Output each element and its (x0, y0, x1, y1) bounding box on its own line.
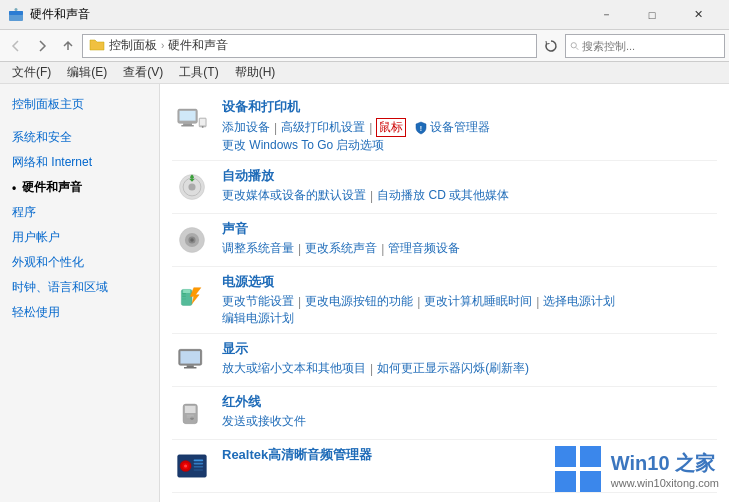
change-media-link[interactable]: 更改媒体或设备的默认设置 (222, 187, 366, 204)
realtek-icon (172, 446, 212, 486)
autoplay-title[interactable]: 自动播放 (222, 167, 717, 185)
svg-rect-30 (180, 351, 200, 363)
close-button[interactable]: ✕ (675, 0, 721, 30)
search-icon (570, 40, 579, 52)
breadcrumb-part1: 控制面板 (109, 37, 157, 54)
svg-rect-43 (194, 463, 204, 465)
win10-text-block: Win10 之家 www.win10xitong.com (611, 450, 719, 489)
svg-rect-36 (187, 415, 194, 416)
window-icon (8, 7, 24, 23)
menu-file[interactable]: 文件(F) (4, 62, 59, 83)
edit-power-plan-link[interactable]: 编辑电源计划 (222, 310, 294, 327)
svg-point-11 (202, 126, 204, 128)
manage-audio-link[interactable]: 管理音频设备 (388, 240, 460, 257)
svg-rect-46 (555, 446, 576, 467)
breadcrumb-part2: 硬件和声音 (168, 37, 228, 54)
add-device-link[interactable]: 添加设备 (222, 119, 270, 136)
menu-help[interactable]: 帮助(H) (227, 62, 284, 83)
sound-title[interactable]: 声音 (222, 220, 717, 238)
power-button-link[interactable]: 更改电源按钮的功能 (305, 293, 413, 310)
maximize-button[interactable]: □ (629, 0, 675, 30)
power-settings-link[interactable]: 更改节能设置 (222, 293, 294, 310)
sound-icon (172, 220, 212, 260)
printer-settings-link[interactable]: 高级打印机设置 (281, 119, 365, 136)
svg-rect-42 (194, 460, 204, 462)
sound-links: 调整系统音量 | 更改系统声音 | 管理音频设备 (222, 240, 717, 257)
svg-rect-6 (180, 111, 196, 121)
menu-bar: 文件(F) 编辑(E) 查看(V) 工具(T) 帮助(H) (0, 62, 729, 84)
forward-button[interactable] (30, 34, 54, 58)
autoplay-info: 自动播放 更改媒体或设备的默认设置 | 自动播放 CD 或其他媒体 (222, 167, 717, 204)
display-info: 显示 放大或缩小文本和其他项目 | 如何更正显示器闪烁(刷新率) (222, 340, 717, 377)
send-receive-link[interactable]: 发送或接收文件 (222, 413, 306, 430)
windows-to-go-link[interactable]: 更改 Windows To Go 启动选项 (222, 137, 384, 154)
menu-edit[interactable]: 编辑(E) (59, 62, 115, 83)
svg-rect-7 (183, 123, 192, 125)
svg-rect-26 (182, 293, 186, 294)
menu-view[interactable]: 查看(V) (115, 62, 171, 83)
sidebar-item-hardware: 硬件和声音 (0, 175, 159, 200)
power-title[interactable]: 电源选项 (222, 273, 717, 291)
svg-rect-10 (200, 119, 205, 125)
sidebar-item-system[interactable]: 系统和安全 (0, 125, 159, 150)
infrared-info: 红外线 发送或接收文件 (222, 393, 717, 430)
infrared-links: 发送或接收文件 (222, 413, 717, 430)
win10-brand: Win10 之家 (611, 450, 719, 477)
search-input[interactable] (582, 40, 720, 52)
sidebar: 控制面板主页 系统和安全 网络和 Internet 硬件和声音 程序 用户帐户 … (0, 84, 160, 502)
breadcrumb: 控制面板 › 硬件和声音 (109, 37, 228, 54)
svg-rect-28 (182, 298, 186, 299)
devices-title[interactable]: 设备和打印机 (222, 98, 717, 116)
svg-rect-1 (9, 11, 23, 15)
mouse-link[interactable]: 鼠标 (376, 118, 406, 137)
category-infrared: 红外线 发送或接收文件 (172, 387, 717, 440)
refresh-button[interactable] (539, 34, 563, 58)
device-manager-link[interactable]: ! 设备管理器 (414, 119, 490, 136)
shield-icon: ! (414, 121, 428, 135)
address-input[interactable]: 控制面板 › 硬件和声音 (82, 34, 537, 58)
sidebar-item-home[interactable]: 控制面板主页 (0, 92, 159, 117)
infrared-icon (172, 393, 212, 433)
text-size-link[interactable]: 放大或缩小文本和其他项目 (222, 360, 366, 377)
infrared-title[interactable]: 红外线 (222, 393, 717, 411)
display-title[interactable]: 显示 (222, 340, 717, 358)
svg-rect-27 (182, 296, 186, 297)
sidebar-item-appearance[interactable]: 外观和个性化 (0, 250, 159, 275)
power-plan-link[interactable]: 选择电源计划 (543, 293, 615, 310)
sidebar-item-programs[interactable]: 程序 (0, 200, 159, 225)
back-button[interactable] (4, 34, 28, 58)
minimize-button[interactable]: － (583, 0, 629, 30)
menu-tools[interactable]: 工具(T) (171, 62, 226, 83)
sidebar-item-clock[interactable]: 时钟、语言和区域 (0, 275, 159, 300)
devices-sublinks: 更改 Windows To Go 启动选项 (222, 137, 717, 154)
category-devices: 设备和打印机 添加设备 | 高级打印机设置 | 鼠标 ! 设备管理器 (172, 92, 717, 161)
up-button[interactable] (56, 34, 80, 58)
adjust-volume-link[interactable]: 调整系统音量 (222, 240, 294, 257)
refresh-rate-link[interactable]: 如何更正显示器闪烁(刷新率) (377, 360, 529, 377)
power-sublinks: 编辑电源计划 (222, 310, 717, 327)
sidebar-item-users[interactable]: 用户帐户 (0, 225, 159, 250)
svg-rect-34 (185, 406, 196, 413)
svg-rect-45 (194, 469, 204, 471)
svg-rect-47 (580, 446, 601, 467)
svg-rect-49 (580, 471, 601, 492)
svg-point-2 (15, 8, 18, 11)
window-controls: － □ ✕ (583, 0, 721, 30)
address-bar: 控制面板 › 硬件和声音 (0, 30, 729, 62)
power-links: 更改节能设置 | 更改电源按钮的功能 | 更改计算机睡眠时间 | 选择电源计划 (222, 293, 717, 310)
category-autoplay: 自动播放 更改媒体或设备的默认设置 | 自动播放 CD 或其他媒体 (172, 161, 717, 214)
power-info: 电源选项 更改节能设置 | 更改电源按钮的功能 | 更改计算机睡眠时间 | 选择… (222, 273, 717, 327)
autoplay-cd-link[interactable]: 自动播放 CD 或其他媒体 (377, 187, 509, 204)
category-power: 电源选项 更改节能设置 | 更改电源按钮的功能 | 更改计算机睡眠时间 | 选择… (172, 267, 717, 334)
sidebar-item-network[interactable]: 网络和 Internet (0, 150, 159, 175)
sleep-time-link[interactable]: 更改计算机睡眠时间 (424, 293, 532, 310)
win10-url: www.win10xitong.com (611, 477, 719, 489)
devices-icon (172, 98, 212, 138)
search-box[interactable] (565, 34, 725, 58)
sidebar-item-ease[interactable]: 轻松使用 (0, 300, 159, 325)
svg-line-4 (576, 47, 578, 49)
svg-rect-37 (187, 417, 194, 418)
change-system-sound-link[interactable]: 更改系统声音 (305, 240, 377, 257)
power-icon (172, 273, 212, 313)
svg-rect-24 (183, 289, 190, 293)
